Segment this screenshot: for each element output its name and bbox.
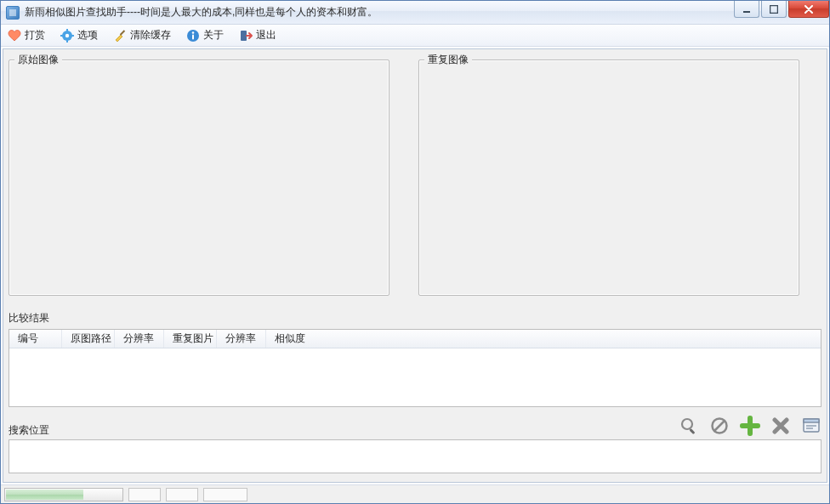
search-location-input[interactable] [9,439,821,473]
svg-point-3 [65,33,69,37]
results-header: 编号 原图路径 分辨率 重复图片 分辨率 相似度 [9,330,821,348]
minimize-icon [742,5,751,14]
plus-icon [740,416,760,436]
col-duplicate[interactable]: 重复图片 [164,330,217,348]
magnifier-icon [679,416,698,435]
search-row: 搜索位置 [9,416,821,438]
duplicate-image-groupbox: 重复图像 [418,59,799,296]
status-cell-3 [203,488,247,501]
minimize-button[interactable] [734,1,759,18]
app-window: 新雨相似图片查找助手----时间是人最大的成本,同样也是每个人的资本和财富。 打… [0,0,830,504]
svg-rect-5 [66,40,68,42]
options-label: 选项 [77,28,98,42]
original-image-groupbox: 原始图像 [9,59,389,296]
remove-button[interactable] [770,416,791,436]
col-index[interactable]: 编号 [9,330,62,348]
add-button[interactable] [740,416,760,436]
statusbar [1,484,829,503]
col-similarity[interactable]: 相似度 [266,330,821,348]
svg-rect-1 [770,5,778,13]
donate-label: 打赏 [25,28,45,42]
window-icon [802,416,821,435]
options-button[interactable]: 选项 [59,26,99,44]
clear-cache-button[interactable]: 清除缓存 [111,26,173,44]
results-label: 比较结果 [9,311,821,326]
titlebar: 新雨相似图片查找助手----时间是人最大的成本,同样也是每个人的资本和财富。 [1,1,829,25]
results-body[interactable] [9,348,821,406]
search-action-icons [679,416,821,438]
donate-button[interactable]: 打赏 [6,26,47,44]
gear-icon [60,29,74,42]
about-label: 关于 [203,28,224,42]
cross-icon [771,416,790,435]
window-title: 新雨相似图片查找助手----时间是人最大的成本,同样也是每个人的资本和财富。 [25,5,378,20]
svg-point-13 [682,419,692,429]
exit-button[interactable]: 退出 [237,26,278,44]
col-original-path[interactable]: 原图路径 [62,330,115,348]
broom-icon [113,29,127,42]
svg-rect-6 [60,35,63,37]
col-resolution-1[interactable]: 分辨率 [115,330,164,348]
svg-rect-0 [743,11,750,13]
svg-rect-11 [192,34,194,39]
svg-rect-7 [71,35,74,37]
svg-point-10 [192,31,195,34]
search-location-label: 搜索位置 [9,423,49,438]
status-cell-2 [166,488,198,501]
close-icon [804,5,814,14]
status-cell-1 [128,488,161,501]
heart-icon [8,29,21,42]
exit-label: 退出 [256,28,276,42]
duplicate-image-legend: 重复图像 [424,53,472,67]
maximize-icon [770,5,778,14]
progress-fill [6,490,83,500]
svg-rect-8 [120,30,125,35]
app-icon [6,6,20,20]
about-button[interactable]: 关于 [185,26,225,44]
no-entry-icon [710,416,729,435]
progress-bar [4,488,123,501]
search-button[interactable] [679,416,699,436]
window-controls [732,1,829,18]
svg-rect-4 [66,29,68,31]
results-listview[interactable]: 编号 原图路径 分辨率 重复图片 分辨率 相似度 [9,329,821,407]
browse-button[interactable] [801,416,821,436]
svg-line-16 [714,421,725,431]
image-panes-row: 原始图像 重复图像 [9,53,821,296]
info-icon [186,29,200,42]
svg-rect-18 [804,419,819,422]
client-area: 原始图像 重复图像 比较结果 编号 原图路径 分辨率 重复图片 分辨率 相似度 … [3,48,827,483]
col-resolution-2[interactable]: 分辨率 [217,330,266,348]
toolbar: 打赏 选项 清除缓存 关于 退出 [1,25,829,47]
svg-rect-14 [689,428,695,434]
clear-cache-label: 清除缓存 [130,28,171,42]
svg-rect-12 [241,31,247,41]
close-button[interactable] [788,1,829,18]
stop-button[interactable] [709,416,730,436]
exit-icon [239,29,253,42]
original-image-legend: 原始图像 [14,53,62,67]
maximize-button[interactable] [761,1,787,18]
